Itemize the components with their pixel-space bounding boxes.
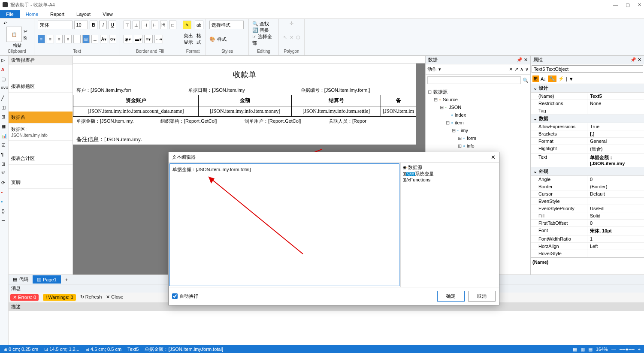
prop-tab-v[interactable]: 0 — [587, 220, 644, 226]
action-open-icon[interactable]: ↗ — [514, 66, 518, 72]
border-all-button[interactable]: 田 — [160, 21, 167, 29]
td-remark[interactable]: [JSON.item.im — [381, 106, 416, 117]
tree-item[interactable]: item — [455, 119, 464, 127]
autowrap-checkbox[interactable]: 自动换行 — [172, 293, 198, 299]
misc-tool1[interactable]: ⟳ — [1, 180, 7, 186]
format-button[interactable]: ab — [195, 21, 203, 29]
valign-middle-button[interactable]: ⊟ — [82, 35, 90, 43]
th-remark[interactable]: 备 — [381, 95, 416, 106]
props-bolt-icon[interactable]: ⚡ — [558, 76, 564, 81]
cat-appear[interactable]: 外观 — [539, 168, 548, 175]
chart-tool[interactable]: 📊 — [1, 133, 7, 139]
status-view2-icon[interactable]: ▥ — [581, 347, 585, 352]
band-datahead[interactable]: 数据首 — [9, 112, 73, 124]
selectall-button[interactable]: ☑ 选择全部 — [252, 33, 275, 46]
tab-code[interactable]: ▤代码 — [9, 275, 33, 284]
style-combo[interactable]: 选择样式 — [209, 21, 244, 29]
maximize-button[interactable]: ▢ — [626, 2, 630, 8]
band-footer[interactable]: 页脚 — [9, 177, 73, 189]
action-x-icon[interactable]: ✕ — [509, 66, 513, 72]
ruler-tool[interactable]: 12 — [1, 171, 7, 177]
td-settle[interactable]: [JSON.item.imy.info.item.settle] — [292, 106, 381, 117]
prop-restr-v[interactable]: None — [587, 100, 644, 107]
cut-icon[interactable]: ✂ — [24, 29, 27, 34]
paste-button[interactable]: 📋 — [6, 27, 22, 42]
props-cat-icon[interactable]: ⊞ — [532, 75, 539, 82]
font-color-button[interactable]: A▾ — [100, 35, 107, 43]
prop-hl-v[interactable]: (集合) — [587, 145, 644, 153]
band-sum[interactable]: 报表合计区 — [9, 153, 73, 165]
border-top-button[interactable]: ⊤ — [124, 21, 131, 29]
tree-info[interactable]: info — [467, 142, 475, 150]
props-az-icon[interactable]: A↓ — [541, 76, 546, 81]
prop-font-v[interactable]: 宋体, 10pt — [587, 227, 644, 235]
td-amount[interactable]: [JSON.item.imy.info.item.money] — [199, 106, 292, 117]
zoom-out-button[interactable]: — — [611, 347, 616, 352]
tree-index[interactable]: index — [455, 111, 466, 119]
cat-data[interactable]: 数据 — [539, 115, 548, 122]
menu-view[interactable]: View — [97, 10, 119, 18]
field-date[interactable]: 单据日期：[JSON.item.imy — [188, 87, 300, 94]
richtext-tool[interactable]: ¶ — [1, 152, 7, 158]
tree-source[interactable]: Source — [443, 96, 458, 103]
find-button[interactable]: 🔍 查找 — [252, 21, 275, 27]
prop-even-v[interactable] — [587, 198, 644, 205]
band-title[interactable]: 报表标题区 — [9, 81, 73, 93]
align-justify-button[interactable]: ≡ — [64, 35, 72, 43]
th-settle[interactable]: 结算号 — [292, 95, 381, 106]
tree-datasource[interactable]: 数据源 — [433, 88, 447, 96]
field-maker[interactable]: 制单用户：[Report.GetCol] — [245, 118, 329, 124]
border-bottom-button[interactable]: ⊥ — [133, 21, 140, 29]
rotate-button[interactable]: ↻▾ — [109, 35, 116, 43]
prop-name-v[interactable]: Text5 — [587, 93, 644, 100]
dialog-tree[interactable]: ⊞▫数据源 ⊞VAR系统变量 ⊞fxFunctions — [400, 163, 499, 287]
align-left-button[interactable]: ≡ — [38, 35, 45, 43]
minimize-button[interactable]: — — [613, 2, 618, 8]
valign-top-button[interactable]: ⊤ — [73, 35, 81, 43]
prop-fill-v[interactable]: Solid — [587, 212, 644, 219]
replace-button[interactable]: 🔄 替换 — [252, 27, 275, 33]
checkbox-tool[interactable]: ☑ — [1, 142, 7, 148]
props-wrench-icon[interactable]: 🔧 — [548, 75, 556, 82]
valign-bottom-button[interactable]: ⊥ — [91, 35, 99, 43]
tree-imy[interactable]: imy — [461, 127, 468, 134]
border-right-button[interactable]: ⊢ — [151, 21, 158, 29]
image-tool[interactable]: ▢ — [1, 76, 7, 82]
prop-ha-v[interactable]: Left — [587, 243, 644, 250]
cat-design[interactable]: 设计 — [539, 85, 548, 91]
align-center-button[interactable]: ≡ — [47, 35, 54, 43]
fill-color-button[interactable]: ◉▾ — [124, 35, 132, 43]
data-search-input[interactable] — [427, 76, 521, 84]
field-org[interactable]: 组织架构：[Report.GetCol] — [160, 118, 245, 124]
underline-button[interactable]: U — [109, 21, 116, 29]
menu-report[interactable]: Report — [44, 10, 70, 18]
field-remark[interactable]: 备注信息：[JSON.item.imy. — [73, 134, 416, 145]
props-object-select[interactable]: Text5 TextObject — [532, 65, 643, 73]
errors-badge[interactable]: ✕ Errors: 0 — [10, 294, 39, 301]
prop-fwr-v[interactable]: 1 — [587, 235, 644, 242]
border-none-button[interactable]: □ — [169, 21, 176, 29]
table-tool[interactable]: ▦ — [1, 124, 7, 130]
tree-json[interactable]: JSON — [449, 103, 461, 111]
prop-angle-v[interactable]: 0 — [587, 176, 644, 183]
tab-add[interactable]: + — [61, 276, 72, 284]
status-view3-icon[interactable]: ▤ — [588, 347, 593, 352]
misc-tool4[interactable]: ⟨⟩ — [1, 208, 7, 214]
misc-tool3[interactable]: • — [1, 199, 7, 205]
prop-allow-v[interactable]: True — [587, 123, 644, 130]
props-close-icon[interactable]: ✕ — [638, 57, 641, 63]
action-down-icon[interactable]: ∨ — [525, 66, 529, 72]
panel-pin-icon[interactable]: 📌 — [517, 57, 523, 63]
border-left-button[interactable]: ⊣ — [142, 21, 149, 29]
prop-fmt-v[interactable]: General — [587, 138, 644, 145]
undo-icon[interactable]: ↶ — [3, 21, 7, 26]
th-amount[interactable]: 金额 — [199, 95, 292, 106]
tree-form[interactable]: form — [467, 134, 476, 142]
close-window-button[interactable]: ✕ — [638, 2, 641, 8]
matrix-tool[interactable]: ⊞ — [1, 161, 7, 167]
dlg-tree-fn[interactable]: Functions — [410, 177, 431, 182]
property-grid[interactable]: ⌄设计 (Name)Text5 RestrictionsNone Tag ⌄数据… — [531, 84, 644, 257]
data-table[interactable]: 资金账户金额结算号备 [JSON.item.imy.info.item.acco… — [73, 95, 416, 117]
field-no[interactable]: 单据编号：[JSON.item.imy.form.] — [301, 87, 413, 94]
dlg-tree-ds[interactable]: 数据源 — [408, 165, 422, 170]
